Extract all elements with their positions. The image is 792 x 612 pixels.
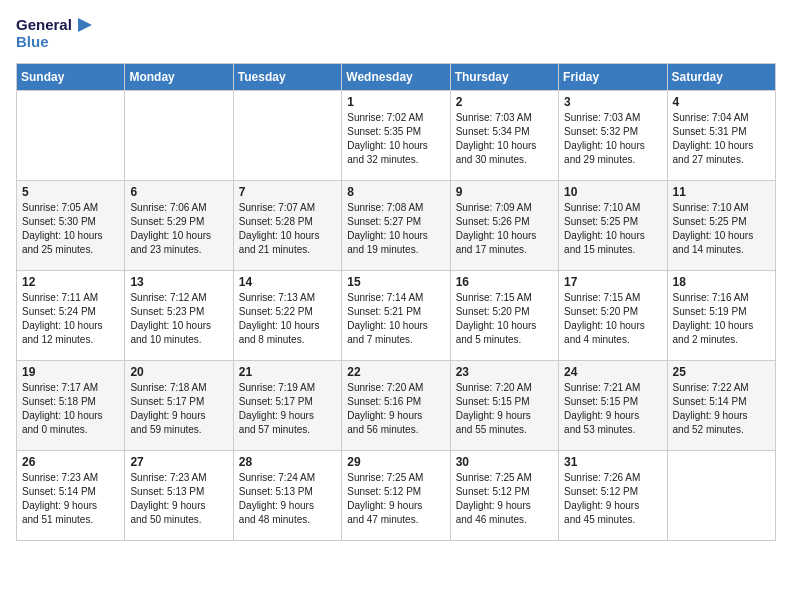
day-info: Sunrise: 7:20 AM Sunset: 5:15 PM Dayligh… — [456, 381, 553, 437]
day-info: Sunrise: 7:10 AM Sunset: 5:25 PM Dayligh… — [673, 201, 770, 257]
day-number: 5 — [22, 185, 119, 199]
day-number: 16 — [456, 275, 553, 289]
calendar-cell: 29Sunrise: 7:25 AM Sunset: 5:12 PM Dayli… — [342, 450, 450, 540]
calendar-cell — [125, 90, 233, 180]
day-number: 29 — [347, 455, 444, 469]
day-number: 10 — [564, 185, 661, 199]
calendar-cell: 31Sunrise: 7:26 AM Sunset: 5:12 PM Dayli… — [559, 450, 667, 540]
calendar-week-row: 1Sunrise: 7:02 AM Sunset: 5:35 PM Daylig… — [17, 90, 776, 180]
day-info: Sunrise: 7:07 AM Sunset: 5:28 PM Dayligh… — [239, 201, 336, 257]
calendar-week-row: 5Sunrise: 7:05 AM Sunset: 5:30 PM Daylig… — [17, 180, 776, 270]
day-info: Sunrise: 7:19 AM Sunset: 5:17 PM Dayligh… — [239, 381, 336, 437]
day-number: 31 — [564, 455, 661, 469]
weekday-header-saturday: Saturday — [667, 63, 775, 90]
day-number: 1 — [347, 95, 444, 109]
calendar-cell: 9Sunrise: 7:09 AM Sunset: 5:26 PM Daylig… — [450, 180, 558, 270]
day-info: Sunrise: 7:24 AM Sunset: 5:13 PM Dayligh… — [239, 471, 336, 527]
logo-svg: General Blue — [16, 16, 92, 51]
calendar-cell: 20Sunrise: 7:18 AM Sunset: 5:17 PM Dayli… — [125, 360, 233, 450]
day-number: 19 — [22, 365, 119, 379]
day-number: 11 — [673, 185, 770, 199]
day-info: Sunrise: 7:03 AM Sunset: 5:32 PM Dayligh… — [564, 111, 661, 167]
day-info: Sunrise: 7:25 AM Sunset: 5:12 PM Dayligh… — [347, 471, 444, 527]
calendar-cell: 11Sunrise: 7:10 AM Sunset: 5:25 PM Dayli… — [667, 180, 775, 270]
calendar-cell: 17Sunrise: 7:15 AM Sunset: 5:20 PM Dayli… — [559, 270, 667, 360]
day-info: Sunrise: 7:15 AM Sunset: 5:20 PM Dayligh… — [564, 291, 661, 347]
calendar-header-row: SundayMondayTuesdayWednesdayThursdayFrid… — [17, 63, 776, 90]
day-number: 13 — [130, 275, 227, 289]
weekday-header-tuesday: Tuesday — [233, 63, 341, 90]
day-info: Sunrise: 7:11 AM Sunset: 5:24 PM Dayligh… — [22, 291, 119, 347]
calendar-cell: 19Sunrise: 7:17 AM Sunset: 5:18 PM Dayli… — [17, 360, 125, 450]
day-info: Sunrise: 7:05 AM Sunset: 5:30 PM Dayligh… — [22, 201, 119, 257]
day-info: Sunrise: 7:09 AM Sunset: 5:26 PM Dayligh… — [456, 201, 553, 257]
weekday-header-wednesday: Wednesday — [342, 63, 450, 90]
calendar-cell: 25Sunrise: 7:22 AM Sunset: 5:14 PM Dayli… — [667, 360, 775, 450]
calendar-cell: 22Sunrise: 7:20 AM Sunset: 5:16 PM Dayli… — [342, 360, 450, 450]
calendar-cell: 5Sunrise: 7:05 AM Sunset: 5:30 PM Daylig… — [17, 180, 125, 270]
calendar-cell: 30Sunrise: 7:25 AM Sunset: 5:12 PM Dayli… — [450, 450, 558, 540]
calendar-cell: 16Sunrise: 7:15 AM Sunset: 5:20 PM Dayli… — [450, 270, 558, 360]
logo: General Blue — [16, 16, 92, 51]
day-info: Sunrise: 7:18 AM Sunset: 5:17 PM Dayligh… — [130, 381, 227, 437]
calendar-cell: 6Sunrise: 7:06 AM Sunset: 5:29 PM Daylig… — [125, 180, 233, 270]
day-info: Sunrise: 7:25 AM Sunset: 5:12 PM Dayligh… — [456, 471, 553, 527]
weekday-header-thursday: Thursday — [450, 63, 558, 90]
calendar-cell: 8Sunrise: 7:08 AM Sunset: 5:27 PM Daylig… — [342, 180, 450, 270]
day-number: 12 — [22, 275, 119, 289]
weekday-header-monday: Monday — [125, 63, 233, 90]
calendar-cell — [17, 90, 125, 180]
day-number: 14 — [239, 275, 336, 289]
day-info: Sunrise: 7:04 AM Sunset: 5:31 PM Dayligh… — [673, 111, 770, 167]
calendar-cell: 15Sunrise: 7:14 AM Sunset: 5:21 PM Dayli… — [342, 270, 450, 360]
day-number: 28 — [239, 455, 336, 469]
day-info: Sunrise: 7:23 AM Sunset: 5:14 PM Dayligh… — [22, 471, 119, 527]
logo-general: General — [16, 17, 72, 34]
day-number: 22 — [347, 365, 444, 379]
calendar-cell: 28Sunrise: 7:24 AM Sunset: 5:13 PM Dayli… — [233, 450, 341, 540]
day-number: 2 — [456, 95, 553, 109]
day-info: Sunrise: 7:20 AM Sunset: 5:16 PM Dayligh… — [347, 381, 444, 437]
day-number: 20 — [130, 365, 227, 379]
calendar-table: SundayMondayTuesdayWednesdayThursdayFrid… — [16, 63, 776, 541]
calendar-cell: 2Sunrise: 7:03 AM Sunset: 5:34 PM Daylig… — [450, 90, 558, 180]
calendar-cell — [233, 90, 341, 180]
day-number: 23 — [456, 365, 553, 379]
day-number: 30 — [456, 455, 553, 469]
calendar-cell: 24Sunrise: 7:21 AM Sunset: 5:15 PM Dayli… — [559, 360, 667, 450]
day-info: Sunrise: 7:14 AM Sunset: 5:21 PM Dayligh… — [347, 291, 444, 347]
day-info: Sunrise: 7:22 AM Sunset: 5:14 PM Dayligh… — [673, 381, 770, 437]
day-number: 4 — [673, 95, 770, 109]
calendar-cell: 13Sunrise: 7:12 AM Sunset: 5:23 PM Dayli… — [125, 270, 233, 360]
day-number: 15 — [347, 275, 444, 289]
day-info: Sunrise: 7:10 AM Sunset: 5:25 PM Dayligh… — [564, 201, 661, 257]
logo-blue: Blue — [16, 34, 92, 51]
calendar-cell: 4Sunrise: 7:04 AM Sunset: 5:31 PM Daylig… — [667, 90, 775, 180]
calendar-week-row: 12Sunrise: 7:11 AM Sunset: 5:24 PM Dayli… — [17, 270, 776, 360]
day-info: Sunrise: 7:17 AM Sunset: 5:18 PM Dayligh… — [22, 381, 119, 437]
day-number: 6 — [130, 185, 227, 199]
day-number: 24 — [564, 365, 661, 379]
day-number: 3 — [564, 95, 661, 109]
calendar-cell: 27Sunrise: 7:23 AM Sunset: 5:13 PM Dayli… — [125, 450, 233, 540]
day-info: Sunrise: 7:02 AM Sunset: 5:35 PM Dayligh… — [347, 111, 444, 167]
day-number: 9 — [456, 185, 553, 199]
day-number: 25 — [673, 365, 770, 379]
calendar-cell: 14Sunrise: 7:13 AM Sunset: 5:22 PM Dayli… — [233, 270, 341, 360]
logo-arrow — [74, 16, 92, 34]
calendar-cell: 12Sunrise: 7:11 AM Sunset: 5:24 PM Dayli… — [17, 270, 125, 360]
day-info: Sunrise: 7:21 AM Sunset: 5:15 PM Dayligh… — [564, 381, 661, 437]
day-info: Sunrise: 7:15 AM Sunset: 5:20 PM Dayligh… — [456, 291, 553, 347]
weekday-header-sunday: Sunday — [17, 63, 125, 90]
day-info: Sunrise: 7:26 AM Sunset: 5:12 PM Dayligh… — [564, 471, 661, 527]
day-number: 26 — [22, 455, 119, 469]
day-info: Sunrise: 7:06 AM Sunset: 5:29 PM Dayligh… — [130, 201, 227, 257]
calendar-cell: 26Sunrise: 7:23 AM Sunset: 5:14 PM Dayli… — [17, 450, 125, 540]
day-info: Sunrise: 7:03 AM Sunset: 5:34 PM Dayligh… — [456, 111, 553, 167]
day-info: Sunrise: 7:08 AM Sunset: 5:27 PM Dayligh… — [347, 201, 444, 257]
weekday-header-friday: Friday — [559, 63, 667, 90]
calendar-cell: 7Sunrise: 7:07 AM Sunset: 5:28 PM Daylig… — [233, 180, 341, 270]
day-number: 7 — [239, 185, 336, 199]
page-header: General Blue — [16, 16, 776, 51]
calendar-cell: 21Sunrise: 7:19 AM Sunset: 5:17 PM Dayli… — [233, 360, 341, 450]
